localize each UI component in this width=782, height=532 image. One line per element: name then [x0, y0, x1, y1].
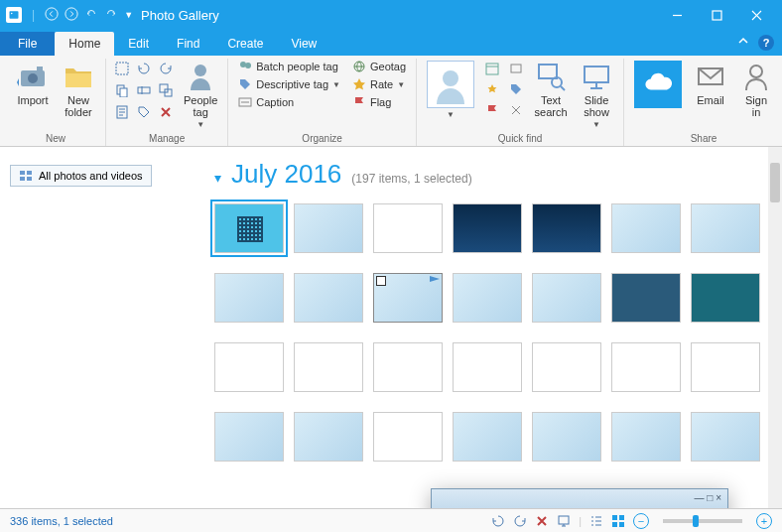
thumbnail[interactable] [373, 203, 443, 253]
onedrive-button[interactable] [630, 59, 686, 110]
forward-icon[interactable] [65, 7, 78, 24]
collapse-ribbon-icon[interactable] [736, 34, 750, 51]
geotag-button[interactable]: Geotag [348, 59, 410, 74]
tab-create[interactable]: Create [213, 32, 277, 56]
thumbnail[interactable] [373, 342, 443, 392]
select-all-icon[interactable] [112, 59, 132, 78]
rotate-right-icon[interactable] [156, 59, 176, 78]
copy-icon[interactable] [112, 80, 132, 100]
details-view-icon[interactable] [589, 514, 603, 528]
vertical-scrollbar[interactable] [768, 147, 782, 508]
thumbnail[interactable] [294, 203, 363, 253]
delete-icon[interactable] [535, 514, 549, 528]
help-button[interactable]: ? [758, 35, 774, 51]
content-area: All photos and videos ▾ July 2016 (197 i… [0, 147, 782, 508]
back-icon[interactable] [45, 7, 59, 24]
email-button[interactable]: Email [690, 59, 731, 108]
tag-icon[interactable] [134, 102, 154, 122]
thumbnail[interactable] [691, 203, 760, 253]
thumbnail[interactable] [294, 412, 363, 462]
thumbnail[interactable] [453, 412, 522, 462]
sign-in-button[interactable]: Sign in [735, 59, 777, 120]
thumbnail[interactable] [611, 203, 681, 253]
maximize-button[interactable] [697, 0, 736, 30]
status-bar: 336 items, 1 selected | − + [0, 508, 782, 532]
filter-clear-icon[interactable] [506, 100, 526, 120]
thumbnail[interactable] [453, 342, 522, 392]
zoom-in-button[interactable]: + [756, 513, 772, 529]
thumbnail[interactable] [611, 412, 681, 462]
filter-rating-icon[interactable] [482, 79, 502, 99]
thumbnail[interactable] [532, 342, 601, 392]
batch-people-tag-button[interactable]: Batch people tag [234, 59, 344, 74]
zoom-slider[interactable] [663, 519, 742, 523]
thumbnail[interactable] [373, 273, 443, 323]
close-button[interactable] [736, 0, 776, 30]
thumbnail[interactable] [611, 273, 681, 323]
import-button[interactable]: Import [12, 59, 54, 108]
slideshow-button[interactable]: Slide show ▼ [576, 59, 617, 131]
collapse-month-icon[interactable]: ▾ [214, 170, 221, 186]
text-search-button[interactable]: Text search [530, 59, 572, 120]
resize-icon[interactable] [156, 80, 176, 100]
thumbnail[interactable] [532, 412, 601, 462]
properties-icon[interactable] [112, 102, 132, 122]
filter-tag-icon[interactable] [506, 79, 526, 99]
thumbnail[interactable] [691, 342, 760, 392]
rotate-right-icon[interactable] [513, 514, 527, 528]
thumbnail[interactable] [691, 412, 760, 462]
thumbnail[interactable] [294, 342, 363, 392]
thumbnail[interactable] [532, 273, 601, 323]
thumbnail[interactable] [214, 273, 284, 323]
rate-button[interactable]: Rate▼ [348, 76, 410, 92]
thumbnail[interactable] [611, 342, 681, 392]
new-folder-button[interactable]: New folder [58, 59, 99, 120]
slideshow-icon[interactable] [557, 514, 571, 528]
tab-edit[interactable]: Edit [114, 32, 163, 56]
qat-dropdown-icon[interactable]: ▼ [124, 10, 133, 20]
svg-rect-12 [160, 84, 168, 92]
redo-icon[interactable] [104, 7, 118, 24]
thumbnail[interactable] [453, 273, 522, 323]
thumbnail[interactable] [532, 203, 601, 253]
rename-icon[interactable] [134, 80, 154, 100]
filter-date-icon[interactable] [482, 59, 502, 78]
delete-icon[interactable] [156, 102, 176, 122]
group-organize: Batch people tag Descriptive tag▼ Captio… [228, 59, 417, 146]
rotate-left-icon[interactable] [491, 514, 505, 528]
thumbnail[interactable] [214, 342, 284, 392]
tab-file[interactable]: File [0, 32, 55, 56]
thumbnail[interactable] [373, 412, 443, 462]
thumbnails-view-icon[interactable] [611, 514, 625, 528]
undo-icon[interactable] [84, 7, 98, 24]
quickfind-person-button[interactable]: ▼ [423, 59, 478, 121]
gallery-main: ▾ July 2016 (197 items, 1 selected) [198, 147, 782, 508]
tab-find[interactable]: Find [163, 32, 213, 56]
rotate-left-icon[interactable] [134, 59, 154, 78]
caption-button[interactable]: Caption [234, 94, 344, 110]
zoom-out-button[interactable]: − [633, 513, 649, 529]
thumbnail[interactable] [214, 203, 284, 253]
all-photos-nav[interactable]: All photos and videos [10, 165, 152, 187]
thumbnail[interactable] [691, 273, 760, 323]
svg-rect-30 [20, 177, 25, 181]
user-icon [740, 61, 772, 92]
thumbnail[interactable] [453, 203, 522, 253]
sidebar: All photos and videos [0, 147, 198, 508]
flag-button[interactable]: Flag [348, 94, 410, 110]
scrollbar-thumb[interactable] [770, 163, 780, 202]
tab-view[interactable]: View [277, 32, 330, 56]
tab-home[interactable]: Home [55, 32, 114, 56]
thumbnail[interactable] [214, 412, 284, 462]
svg-point-6 [28, 73, 38, 83]
filter-flag-icon[interactable] [482, 100, 502, 120]
filter-published-icon[interactable] [506, 59, 526, 78]
people-tag-button[interactable]: People tag ▼ [180, 59, 221, 131]
svg-rect-28 [20, 171, 25, 175]
minimize-button[interactable] [657, 0, 697, 30]
descriptive-tag-button[interactable]: Descriptive tag▼ [234, 76, 344, 92]
thumbnail[interactable] [294, 273, 363, 323]
preview-titlebar: — □ × [432, 489, 727, 508]
group-quickfind: ▼ Text search Slide show ▼ Quick [417, 59, 624, 146]
status-text: 336 items, 1 selected [10, 515, 113, 527]
